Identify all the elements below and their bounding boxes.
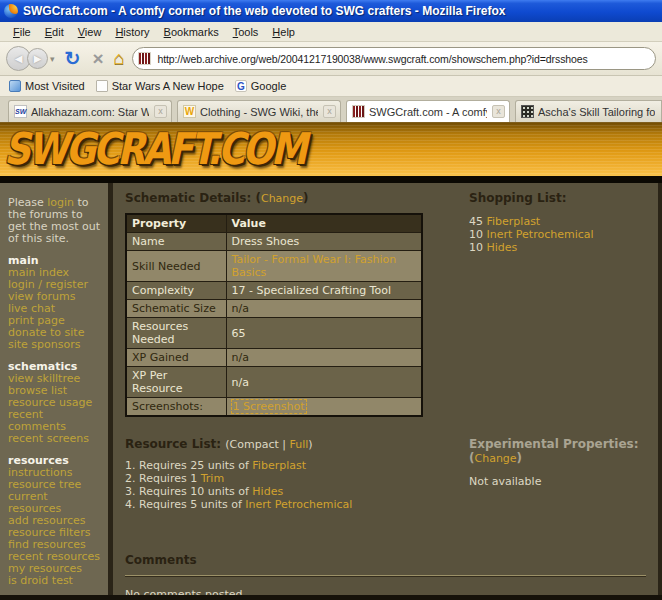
tab-ascha[interactable]: Ascha's Skill Tailoring fo	[515, 100, 662, 122]
menu-tools[interactable]: Tools	[226, 24, 266, 40]
inert-petrochemical-link[interactable]: Inert Petrochemical	[245, 498, 352, 511]
sidebar-item-current-resources[interactable]: current resources	[8, 491, 104, 515]
fiberplast-link[interactable]: Fiberplast	[252, 459, 306, 472]
menu-edit[interactable]: Edit	[38, 24, 71, 40]
swgcraft-tab-icon	[352, 105, 365, 118]
menu-file[interactable]: File	[6, 24, 38, 40]
firefox-icon	[4, 4, 18, 18]
tab-label: Allakhazam.com: Star Wars G...	[31, 106, 149, 118]
menu-bookmarks[interactable]: Bookmarks	[157, 24, 226, 40]
resource-list: 1. Requires 25 units of Fiberplast 2. Re…	[125, 459, 463, 511]
tab-label: Clothing - SWG Wiki, the Star...	[200, 106, 318, 118]
bookmark-label: Google	[251, 80, 286, 92]
value-cell: 65	[226, 318, 422, 349]
browser-window: SWGCraft.com - A comfy corner of the web…	[0, 0, 662, 600]
main-content: Schematic Details: (Change) Property Val…	[113, 183, 662, 600]
shopping-list-heading: Shopping List:	[469, 191, 648, 205]
hides-link[interactable]: Hides	[252, 485, 283, 498]
window-title: SWGCraft.com - A comfy corner of the web…	[23, 4, 506, 18]
tab-label: Ascha's Skill Tailoring fo	[538, 106, 655, 118]
table-header-row: Property Value	[126, 214, 422, 233]
full-view-link[interactable]: Full	[289, 438, 308, 451]
tab-close-icon[interactable]: x	[323, 105, 336, 118]
resource-list-heading: Resource List: (Compact | Full)	[125, 437, 463, 451]
url-text[interactable]: http://web.archive.org/web/2004121719003…	[157, 53, 587, 65]
most-visited-icon	[9, 80, 21, 92]
schematic-change-link[interactable]: Change	[261, 192, 303, 205]
table-row: Resources Needed 65	[126, 318, 422, 349]
stop-icon[interactable]: ×	[92, 48, 103, 70]
screenshot-link[interactable]: 1 Screenshot	[232, 400, 306, 413]
resource-list-item: 3. Requires 10 units of Hides	[125, 485, 463, 498]
experimental-properties-heading: Experimental Properties: (Change)	[469, 437, 648, 465]
divider-line	[125, 575, 646, 577]
ascha-tab-icon	[521, 105, 534, 118]
property-cell: Skill Needed	[126, 251, 226, 282]
allakhazam-icon: SW	[14, 105, 27, 118]
banner-divider	[0, 176, 662, 183]
swgcraft-favicon-icon	[138, 52, 151, 65]
value-cell: 1 Screenshot	[226, 398, 422, 417]
menu-bar: File Edit View History Bookmarks Tools H…	[0, 22, 662, 42]
bookmark-google[interactable]: G Google	[232, 79, 292, 93]
inert-petrochemical-link[interactable]: Inert Petrochemical	[487, 228, 594, 241]
property-cell: Complexity	[126, 282, 226, 300]
table-row: Name Dress Shoes	[126, 233, 422, 251]
property-cell: XP Gained	[126, 349, 226, 367]
navigation-toolbar: ◀ ▶ ▾ ↻ × ⌂ http://web.archive.org/web/2…	[0, 42, 662, 76]
fiberplast-link[interactable]: Fiberplast	[487, 215, 541, 228]
skill-needed-link[interactable]: Tailor - Formal Wear I: Fashion Basics	[232, 253, 397, 279]
trim-link[interactable]: Trim	[201, 472, 224, 485]
swgcraft-logo: SWGCRAFT.COM	[4, 124, 305, 175]
schematic-table: Property Value Name Dress Shoes Skill Ne…	[125, 213, 423, 417]
menu-help[interactable]: Help	[265, 24, 302, 40]
page-icon	[96, 80, 108, 92]
resource-list-item: 4. Requires 5 units of Inert Petrochemic…	[125, 498, 463, 511]
table-row: XP Gained n/a	[126, 349, 422, 367]
tab-bar: SW Allakhazam.com: Star Wars G... x W Cl…	[0, 97, 662, 122]
bookmark-star-wars[interactable]: Star Wars A New Hope	[93, 79, 230, 93]
hides-link[interactable]: Hides	[487, 241, 518, 254]
schematic-details-heading: Schematic Details: (Change)	[125, 191, 463, 205]
address-bar[interactable]: http://web.archive.org/web/2004121719003…	[132, 47, 656, 70]
sidebar-item-sponsors[interactable]: site sponsors	[8, 339, 104, 351]
tab-swg-wiki[interactable]: W Clothing - SWG Wiki, the Star... x	[177, 100, 341, 122]
comments-empty-text: No comments posted.	[125, 588, 648, 600]
menu-history[interactable]: History	[108, 24, 156, 40]
value-cell: Tailor - Formal Wear I: Fashion Basics	[226, 251, 422, 282]
sidebar-item-recent-comments[interactable]: recent comments	[8, 409, 104, 433]
value-cell: n/a	[226, 367, 422, 398]
shopping-list-item: 10 Hides	[469, 241, 648, 254]
table-row: XP Per Resource n/a	[126, 367, 422, 398]
shopping-list-item: 10 Inert Petrochemical	[469, 228, 648, 241]
column-header: Value	[226, 214, 422, 233]
shopping-list-item: 45 Fiberplast	[469, 215, 648, 228]
forward-icon[interactable]: ▶	[27, 48, 48, 69]
property-cell: XP Per Resource	[126, 367, 226, 398]
value-cell: n/a	[226, 349, 422, 367]
experimental-change-link[interactable]: Change	[474, 452, 516, 465]
tab-swgcraft-active[interactable]: SWGCraft.com - A comfy cor... x	[346, 100, 510, 122]
table-row: Complexity 17 - Specialized Crafting Too…	[126, 282, 422, 300]
home-icon[interactable]: ⌂	[114, 48, 125, 69]
page-content: Please login to the forums to get the mo…	[0, 183, 662, 600]
sidebar-intro: Please login to the forums to get the mo…	[8, 197, 104, 245]
history-dropdown-icon[interactable]: ▾	[50, 54, 55, 64]
site-banner: SWGCRAFT.COM	[0, 122, 662, 176]
resource-list-item: 2. Requires 1 Trim	[125, 472, 463, 485]
table-row: Skill Needed Tailor - Formal Wear I: Fas…	[126, 251, 422, 282]
resource-list-item: 1. Requires 25 units of Fiberplast	[125, 459, 463, 472]
tab-close-icon[interactable]: x	[154, 105, 167, 118]
experimental-status: Not available	[469, 475, 648, 488]
table-row: Screenshots: 1 Screenshot	[126, 398, 422, 417]
sidebar-item-recent-screens[interactable]: recent screens	[8, 433, 104, 445]
menu-view[interactable]: View	[71, 24, 109, 40]
tab-close-icon[interactable]: x	[492, 105, 505, 118]
column-header: Property	[126, 214, 226, 233]
bookmark-label: Most Visited	[25, 80, 85, 92]
tab-allakhazam[interactable]: SW Allakhazam.com: Star Wars G... x	[8, 100, 172, 122]
bookmark-most-visited[interactable]: Most Visited	[6, 79, 91, 93]
sidebar-item-is-droid-test[interactable]: is droid test	[8, 575, 104, 587]
title-bar: SWGCraft.com - A comfy corner of the web…	[0, 0, 662, 22]
refresh-icon[interactable]: ↻	[65, 47, 81, 70]
